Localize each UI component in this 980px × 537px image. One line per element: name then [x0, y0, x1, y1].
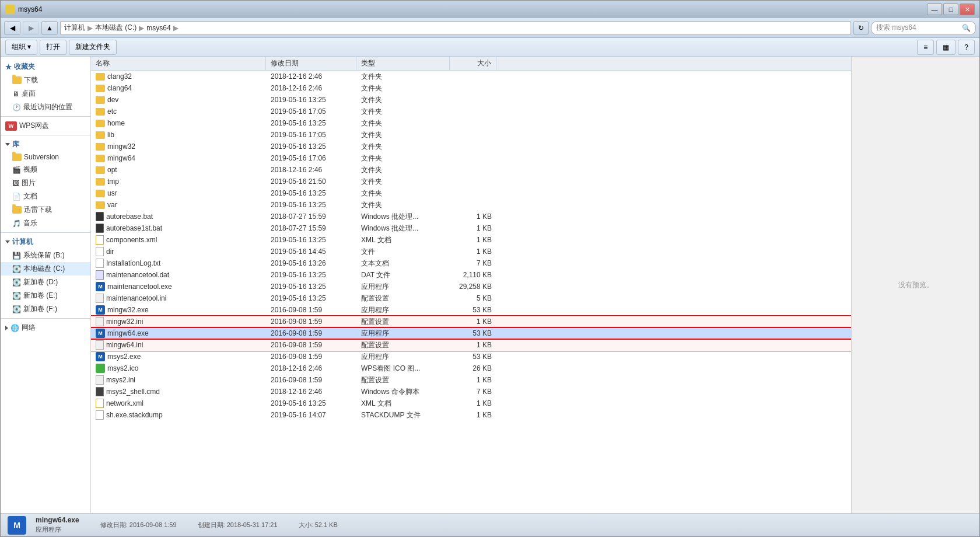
- file-row[interactable]: msys2_shell.cmd 2018-12-16 2:46 Windows …: [91, 386, 851, 397]
- organize-button[interactable]: 组织 ▾: [5, 40, 37, 55]
- sidebar-item-local-disk-c[interactable]: 💽 本地磁盘 (C:): [1, 262, 90, 276]
- sidebar-item-network[interactable]: 🌐 网络: [1, 321, 90, 334]
- sidebar-item-thunder[interactable]: 迅雷下载: [1, 203, 90, 217]
- toolbar-right: ≡ ▦ ?: [917, 40, 975, 55]
- sidebar-item-recent[interactable]: 🕐 最近访问的位置: [1, 100, 90, 114]
- help-button[interactable]: ?: [958, 40, 975, 55]
- file-row[interactable]: maintenancetool.ini 2019-05-16 13:25 配置设…: [91, 292, 851, 304]
- file-name: dev: [107, 96, 118, 104]
- file-name: mingw32.exe: [107, 306, 149, 314]
- file-row[interactable]: etc 2019-05-16 17:05 文件夹: [91, 106, 851, 117]
- minimize-button[interactable]: —: [927, 4, 942, 15]
- status-bar: M mingw64.exe 应用程序 修改日期: 2016-09-08 1:59…: [1, 513, 979, 536]
- file-row[interactable]: InstallationLog.txt 2019-05-16 13:26 文本文…: [91, 257, 851, 269]
- view-toggle-button[interactable]: ≡: [917, 40, 934, 55]
- file-row[interactable]: usr 2019-05-16 13:25 文件夹: [91, 187, 851, 199]
- new-folder-button[interactable]: 新建文件夹: [69, 40, 117, 55]
- file-row[interactable]: autorebase.bat 2018-07-27 15:59 Windows …: [91, 211, 851, 222]
- window-title: msys64: [18, 5, 42, 13]
- sidebar-item-desktop[interactable]: 🖥 桌面: [1, 87, 90, 100]
- file-date-cell: 2019-05-16 13:25: [266, 235, 356, 245]
- file-date-cell: 2018-12-16 2:46: [266, 165, 356, 175]
- breadcrumb-computer[interactable]: 计算机: [64, 23, 85, 33]
- breadcrumb-drive[interactable]: 本地磁盘 (C:): [95, 23, 136, 33]
- sidebar-item-video[interactable]: 🎬 视频: [1, 163, 90, 176]
- sidebar-item-download[interactable]: 下载: [1, 74, 90, 87]
- file-row[interactable]: mingw32 2019-05-16 13:25 文件夹: [91, 141, 851, 152]
- refresh-button[interactable]: ↻: [853, 21, 869, 35]
- file-row[interactable]: home 2019-05-16 13:25 文件夹: [91, 117, 851, 129]
- file-row[interactable]: mingw64.ini 2016-09-08 1:59 配置设置 1 KB: [91, 339, 851, 351]
- file-size-cell: [450, 122, 496, 124]
- exe-icon: M: [96, 329, 105, 338]
- file-row[interactable]: M mingw32.exe 2016-09-08 1:59 应用程序 53 KB: [91, 304, 851, 316]
- file-type-cell: 配置设置: [356, 374, 450, 386]
- bat-icon: [96, 224, 104, 233]
- file-name: clang64: [107, 84, 132, 92]
- file-row[interactable]: M maintenancetool.exe 2019-05-16 13:25 应…: [91, 281, 851, 292]
- up-button[interactable]: ▲: [41, 21, 58, 35]
- library-header[interactable]: 库: [1, 138, 90, 151]
- file-row[interactable]: sh.exe.stackdump 2019-05-16 14:07 STACKD…: [91, 409, 851, 421]
- file-row[interactable]: var 2019-05-16 13:25 文件夹: [91, 199, 851, 211]
- folder-icon: [96, 178, 105, 186]
- file-row[interactable]: clang32 2018-12-16 2:46 文件夹: [91, 71, 851, 82]
- file-name-cell: mingw64: [91, 153, 266, 163]
- file-date-cell: 2019-05-16 13:25: [266, 270, 356, 280]
- sidebar-item-label: 新加卷 (F:): [23, 304, 57, 314]
- file-date-cell: 2019-05-16 13:25: [266, 118, 356, 128]
- sidebar-item-subversion[interactable]: Subversion: [1, 151, 90, 163]
- file-date-cell: 2019-05-16 17:06: [266, 153, 356, 163]
- col-header-type[interactable]: 类型: [356, 57, 450, 70]
- breadcrumb-sep-2: ▶: [139, 24, 144, 32]
- favorites-header[interactable]: ★ 收藏夹: [1, 60, 90, 74]
- file-row[interactable]: opt 2018-12-16 2:46 文件夹: [91, 164, 851, 176]
- divider-1: [1, 116, 90, 117]
- sidebar-item-drive-f[interactable]: 💽 新加卷 (F:): [1, 302, 90, 316]
- close-button[interactable]: ✕: [960, 4, 975, 15]
- breadcrumb[interactable]: 计算机 ▶ 本地磁盘 (C:) ▶ msys64 ▶: [60, 21, 851, 35]
- file-row[interactable]: maintenancetool.dat 2019-05-16 13:25 DAT…: [91, 269, 851, 281]
- file-name: sh.exe.stackdump: [106, 411, 163, 419]
- col-header-size[interactable]: 大小: [450, 57, 496, 70]
- computer-header[interactable]: 计算机: [1, 235, 90, 249]
- sidebar-item-sys-reserved[interactable]: 💾 系统保留 (B:): [1, 249, 90, 262]
- file-row[interactable]: dir 2019-05-16 14:45 文件 1 KB: [91, 246, 851, 257]
- drive-icon: 💽: [12, 278, 21, 287]
- file-row[interactable]: mingw64 2019-05-16 17:06 文件夹: [91, 152, 851, 164]
- file-row[interactable]: dev 2019-05-16 13:25 文件夹: [91, 94, 851, 106]
- sidebar-item-drive-e[interactable]: 💽 新加卷 (E:): [1, 289, 90, 302]
- file-row[interactable]: msys2.ini 2016-09-08 1:59 配置设置 1 KB: [91, 374, 851, 386]
- breadcrumb-folder[interactable]: msys64: [146, 24, 170, 32]
- file-row[interactable]: clang64 2018-12-16 2:46 文件夹: [91, 82, 851, 94]
- file-name-cell: etc: [91, 106, 266, 117]
- file-row[interactable]: msys2.ico 2018-12-16 2:46 WPS看图 ICO 图...…: [91, 362, 851, 374]
- file-row[interactable]: components.xml 2019-05-16 13:25 XML 文档 1…: [91, 234, 851, 246]
- back-button[interactable]: ◀: [4, 21, 20, 35]
- file-row[interactable]: network.xml 2019-05-16 13:25 XML 文档 1 KB: [91, 397, 851, 409]
- file-row[interactable]: tmp 2019-05-16 21:50 文件夹: [91, 176, 851, 187]
- file-row[interactable]: autorebase1st.bat 2018-07-27 15:59 Windo…: [91, 222, 851, 234]
- maximize-button[interactable]: □: [943, 4, 958, 15]
- sidebar-item-images[interactable]: 🖼 图片: [1, 176, 90, 190]
- forward-button[interactable]: ▶: [23, 21, 39, 35]
- sidebar-item-drive-d[interactable]: 💽 新加卷 (D:): [1, 276, 90, 289]
- xml-icon: [96, 235, 104, 245]
- sidebar-item-music[interactable]: 🎵 音乐: [1, 217, 90, 230]
- file-list-container: 名称 修改日期 类型 大小 clang32 2018-12-16 2:46 文件…: [91, 57, 851, 513]
- sidebar-item-documents[interactable]: 📄 文档: [1, 190, 90, 203]
- search-bar[interactable]: 搜索 msys64 🔍: [871, 21, 976, 35]
- file-row[interactable]: M msys2.exe 2016-09-08 1:59 应用程序 53 KB: [91, 351, 851, 362]
- file-name: mingw64.ini: [106, 341, 143, 349]
- file-row[interactable]: M mingw64.exe 2016-09-08 1:59 应用程序 53 KB: [91, 327, 851, 339]
- col-header-date[interactable]: 修改日期: [266, 57, 356, 70]
- file-row[interactable]: mingw32.ini 2016-09-08 1:59 配置设置 1 KB: [91, 316, 851, 327]
- drive-icon: 💾: [12, 252, 21, 260]
- col-header-name[interactable]: 名称: [91, 57, 266, 70]
- file-type-cell: 文件夹: [356, 176, 450, 188]
- file-row[interactable]: lib 2019-05-16 17:05 文件夹: [91, 129, 851, 141]
- details-button[interactable]: ▦: [936, 40, 956, 55]
- wps-cloud-item[interactable]: W WPS网盘: [1, 119, 90, 132]
- open-button[interactable]: 打开: [40, 40, 66, 55]
- file-size-cell: 1 KB: [450, 375, 496, 385]
